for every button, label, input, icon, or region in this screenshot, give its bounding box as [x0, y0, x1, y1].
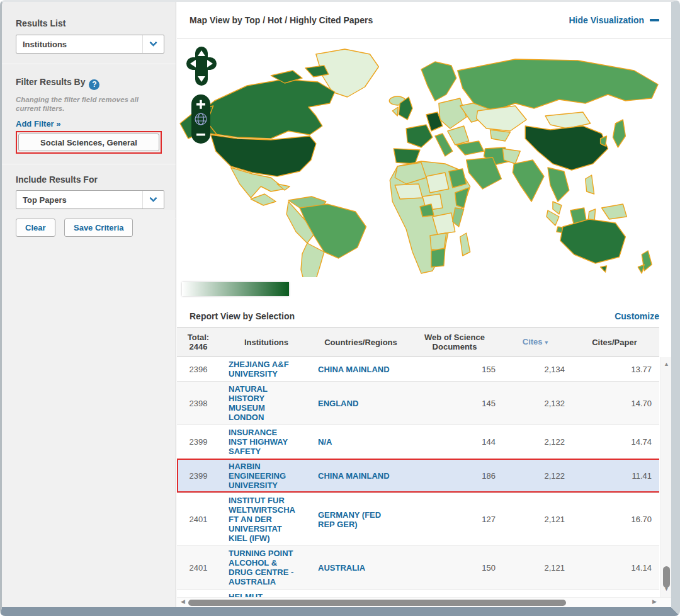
map-region[interactable]: [448, 126, 469, 145]
map-region[interactable]: [426, 173, 449, 193]
active-filter-highlight-box: Social Sciences, General: [16, 131, 162, 154]
scroll-down-icon[interactable]: ▼: [661, 586, 672, 592]
map-panel-title: Map View by Top / Hot / Highly Cited Pap…: [190, 15, 373, 25]
filter-results-label: Filter Results By: [16, 77, 85, 87]
zoom-control[interactable]: [190, 94, 212, 145]
hide-visualization-link[interactable]: Hide Visualization: [569, 15, 659, 25]
add-filter-link[interactable]: Add Filter »: [16, 119, 61, 128]
country-cell: AUSTRALIA: [313, 561, 409, 575]
map-region[interactable]: [305, 66, 329, 77]
clear-button[interactable]: Clear: [16, 219, 55, 237]
table-row[interactable]: HELMUT: [177, 589, 659, 597]
map-region[interactable]: [301, 243, 324, 277]
institution-link[interactable]: INSTITUT FUR WELTWIRTSCHAFT AN DER UNIVE…: [220, 493, 313, 545]
map-region[interactable]: [638, 265, 644, 273]
help-icon[interactable]: ?: [89, 79, 99, 90]
map-region[interactable]: [431, 248, 445, 267]
horizontal-scrollbar-thumb[interactable]: [188, 600, 566, 606]
map-region[interactable]: [586, 175, 594, 194]
table-row[interactable]: 2401INSTITUT FUR WELTWIRTSCHAFT AN DER U…: [177, 493, 659, 545]
table-row[interactable]: 2399HARBIN ENGINEERING UNIVERSITYCHINA M…: [177, 459, 659, 493]
institution-link[interactable]: HELMUT: [220, 590, 313, 597]
country-cell: [313, 590, 409, 595]
map-region[interactable]: [458, 59, 658, 111]
wos-documents-cell: 186: [409, 469, 501, 483]
rank-cell: [177, 590, 220, 595]
world-map[interactable]: [177, 43, 672, 277]
minus-icon: [650, 19, 659, 21]
map-region[interactable]: [420, 204, 434, 217]
filter-note: Changing the filter field removes all cu…: [16, 95, 164, 113]
table-row[interactable]: 2401TURNING POINT ALCOHOL & DRUG CENTRE …: [177, 545, 659, 589]
rank-cell: 2399: [177, 469, 220, 483]
countries-column-header[interactable]: Countries/Regions: [313, 338, 409, 347]
results-list-select[interactable]: Institutions: [16, 35, 164, 54]
map-region[interactable]: [601, 266, 607, 272]
map-region[interactable]: [477, 106, 527, 131]
map-region[interactable]: [453, 208, 464, 227]
include-results-selected-value: Top Papers: [16, 195, 142, 205]
save-criteria-button[interactable]: Save Criteria: [64, 219, 133, 237]
rank-cell: 2399: [177, 435, 220, 449]
country-cell: GERMANY (FED REP GER): [313, 508, 409, 532]
sidebar: Results List Institutions Filter Results…: [2, 2, 176, 607]
main-content: Map View by Top / Hot / Highly Cited Pap…: [177, 2, 672, 607]
map-region[interactable]: [406, 125, 433, 147]
map-region[interactable]: [211, 135, 316, 176]
cites-per-paper-cell: 14.74: [570, 435, 659, 449]
map-region[interactable]: [602, 204, 627, 219]
choropleth-legend: [182, 282, 289, 296]
total-label: Total:: [179, 333, 217, 342]
map-region[interactable]: [394, 149, 420, 164]
wos-documents-cell: 127: [409, 512, 501, 527]
map-region[interactable]: [435, 134, 453, 156]
institution-link[interactable]: INSURANCE INST HIGHWAY SAFETY: [220, 425, 313, 459]
map-region[interactable]: [439, 98, 467, 128]
institutions-column-header[interactable]: Institutions: [220, 338, 313, 347]
pan-control[interactable]: [186, 47, 217, 87]
cites-cell: 2,134: [501, 362, 570, 377]
active-filter-button[interactable]: Social Sciences, General: [18, 134, 159, 151]
include-results-heading: Include Results For: [16, 174, 164, 185]
map-view: [177, 39, 672, 305]
institution-link[interactable]: ZHEJIANG A&F UNIVERSITY: [220, 357, 313, 381]
country-cell: CHINA MAINLAND: [313, 469, 409, 483]
map-region[interactable]: [421, 62, 456, 101]
include-results-select[interactable]: Top Papers: [16, 190, 164, 209]
cites-cell: 2,121: [501, 561, 570, 575]
map-region[interactable]: [490, 130, 510, 141]
cites-per-paper-column-header[interactable]: Cites/Paper: [570, 338, 659, 347]
institution-link[interactable]: HARBIN ENGINEERING UNIVERSITY: [220, 459, 313, 493]
map-region[interactable]: [513, 160, 544, 202]
cites-per-paper-cell: 13.77: [570, 362, 659, 377]
table-row[interactable]: 2399INSURANCE INST HIGHWAY SAFETYN/A1442…: [177, 425, 659, 459]
horizontal-scrollbar[interactable]: ◀ ▶: [177, 597, 672, 607]
vertical-scrollbar[interactable]: ▲ ▼: [660, 357, 672, 597]
vertical-scrollbar-thumb[interactable]: [663, 566, 670, 588]
map-region[interactable]: [525, 126, 608, 170]
customize-link[interactable]: Customize: [615, 311, 659, 321]
total-header-cell: Total: 2446: [177, 333, 220, 351]
map-region[interactable]: [392, 107, 398, 116]
institution-link[interactable]: TURNING POINT ALCOHOL & DRUG CENTRE - AU…: [220, 546, 313, 589]
table-row[interactable]: 2396ZHEJIANG A&F UNIVERSITYCHINA MAINLAN…: [177, 357, 659, 381]
institution-link[interactable]: NATURAL HISTORY MUSEUM LONDON: [220, 382, 313, 425]
report-panel-header: Report View by Selection Customize: [177, 305, 672, 327]
cites-per-paper-cell: 11.41: [570, 469, 659, 483]
map-region[interactable]: [460, 233, 470, 256]
scroll-left-icon[interactable]: ◀: [181, 598, 185, 605]
wos-documents-column-header[interactable]: Web of Science Documents: [409, 333, 501, 351]
scroll-right-icon[interactable]: ▶: [652, 598, 657, 605]
map-region[interactable]: [251, 194, 276, 205]
map-region[interactable]: [395, 184, 422, 199]
application-window: Results List Institutions Filter Results…: [0, 0, 680, 616]
cites-per-paper-cell: 14.14: [570, 561, 659, 575]
map-region[interactable]: [553, 202, 562, 214]
map-region[interactable]: [613, 120, 625, 147]
table-row[interactable]: 2398NATURAL HISTORY MUSEUM LONDONENGLAND…: [177, 381, 659, 425]
map-region[interactable]: [560, 219, 625, 263]
scroll-up-icon[interactable]: ▲: [661, 361, 672, 367]
cites-column-header[interactable]: Cites ▾: [501, 337, 570, 347]
map-controls: [186, 47, 217, 145]
map-region[interactable]: [548, 168, 569, 202]
